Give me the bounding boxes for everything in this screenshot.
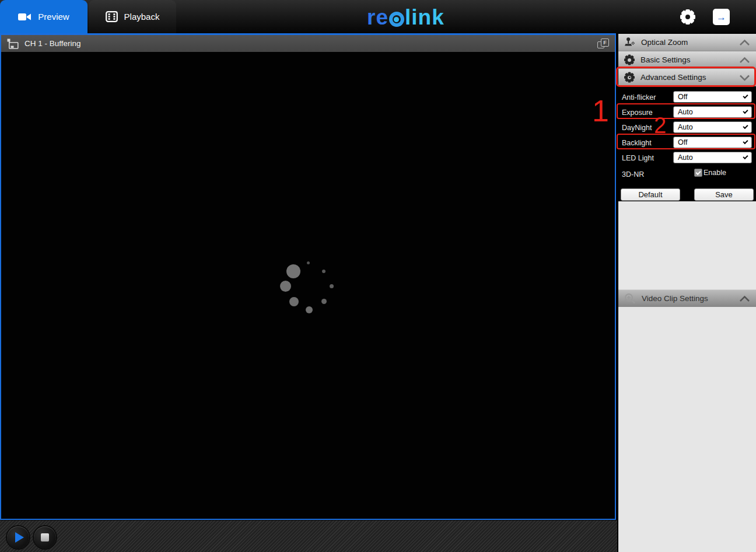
play-icon	[15, 532, 24, 543]
chevron-down-icon	[743, 124, 748, 129]
stop-button[interactable]	[34, 526, 56, 548]
select-value: Off	[678, 138, 687, 146]
tab-preview[interactable]: Preview	[0, 0, 88, 33]
video-preview-panel: CH 1 - Buffering F 1	[0, 33, 616, 520]
setting-row-led-light: LED Light Auto	[618, 151, 756, 166]
chevron-down-icon	[743, 93, 748, 99]
section-video-clip-settings[interactable]: Video Clip Settings	[618, 289, 756, 307]
gear-icon	[624, 55, 635, 65]
reolink-client-window: Preview Playback re link →	[0, 0, 756, 552]
channel-title: CH 1 - Buffering	[24, 39, 81, 48]
settings-sidebar: Optical Zoom Basic Settings Advanced Set…	[618, 34, 756, 552]
sidebar-empty-area	[618, 307, 756, 552]
setting-row-daynight: DayNight Auto	[618, 121, 756, 136]
setting-row-3dnr: 3D-NR Enable	[618, 167, 756, 183]
setting-label: Anti-flicker	[622, 93, 656, 102]
play-button[interactable]	[7, 526, 29, 548]
setting-row-exposure: Exposure Auto	[618, 106, 756, 121]
top-bar: Preview Playback re link →	[0, 0, 756, 33]
checkmark-icon	[696, 169, 701, 174]
section-label: Optical Zoom	[641, 38, 688, 47]
exposure-select[interactable]: Auto	[673, 106, 752, 118]
chevron-down-icon	[743, 154, 748, 159]
save-button[interactable]: Save	[694, 188, 754, 201]
chevron-up-icon	[739, 295, 750, 302]
chevron-up-icon	[739, 57, 750, 64]
advanced-settings-panel: Anti-flicker Off Exposure Auto DayNight …	[618, 86, 756, 201]
enable-checkbox-group[interactable]: Enable	[694, 169, 726, 177]
stream-mode-icon[interactable]: F	[597, 38, 610, 50]
gear-advanced-icon	[624, 72, 635, 83]
stop-icon	[41, 533, 49, 541]
anti-flicker-select[interactable]: Off	[673, 91, 752, 103]
setting-label: DayNight	[622, 124, 652, 132]
setting-row-anti-flicker: Anti-flicker Off	[618, 90, 756, 106]
joystick-icon	[624, 37, 635, 48]
section-basic-settings[interactable]: Basic Settings	[618, 51, 756, 69]
setting-label: Exposure	[622, 109, 653, 117]
film-icon	[106, 11, 118, 22]
select-value: Auto	[678, 108, 693, 116]
channel-icon	[6, 38, 19, 50]
sidebar-empty-area	[618, 201, 756, 289]
tab-playback-label: Playback	[124, 12, 160, 22]
zoom-in-icon	[624, 293, 636, 304]
logout-arrow-icon: →	[716, 12, 726, 22]
select-value: Off	[678, 93, 687, 101]
section-optical-zoom[interactable]: Optical Zoom	[618, 34, 756, 51]
setting-label: Backlight	[622, 139, 652, 147]
tab-preview-label: Preview	[38, 12, 69, 22]
setting-label: 3D-NR	[622, 170, 644, 179]
reolink-logo: re link	[367, 6, 444, 29]
setting-row-backlight: Backlight Off	[618, 136, 756, 151]
button-row: Default Save	[618, 188, 756, 202]
section-advanced-settings[interactable]: Advanced Settings	[618, 69, 756, 86]
chevron-down-icon	[743, 109, 748, 114]
logo-text-link: link	[405, 5, 444, 30]
settings-gear-icon[interactable]	[680, 9, 695, 25]
default-button[interactable]: Default	[621, 188, 680, 201]
select-value: Auto	[678, 153, 693, 162]
section-label: Basic Settings	[640, 55, 691, 64]
backlight-select[interactable]: Off	[673, 137, 752, 148]
playback-control-bar	[0, 520, 617, 552]
tab-playback[interactable]: Playback	[89, 0, 176, 33]
select-value: Auto	[678, 123, 693, 131]
led-light-select[interactable]: Auto	[673, 152, 752, 163]
video-title-bar: CH 1 - Buffering F	[1, 35, 615, 52]
setting-label: LED Light	[622, 154, 654, 162]
logo-text-re: re	[367, 5, 388, 30]
logo-lens-icon	[389, 12, 404, 27]
section-label: Advanced Settings	[640, 73, 706, 82]
chevron-up-icon	[739, 39, 750, 46]
enable-checkbox-label: Enable	[704, 169, 726, 177]
section-label: Video Clip Settings	[642, 294, 708, 303]
chevron-down-icon	[743, 139, 748, 144]
annotation-step-1: 1	[592, 96, 609, 126]
logout-button[interactable]: →	[713, 9, 730, 25]
camera-icon	[18, 12, 32, 22]
enable-checkbox[interactable]	[694, 169, 702, 177]
daynight-select[interactable]: Auto	[673, 121, 752, 133]
stream-mode-letter: F	[601, 39, 609, 47]
chevron-down-icon	[739, 74, 750, 81]
